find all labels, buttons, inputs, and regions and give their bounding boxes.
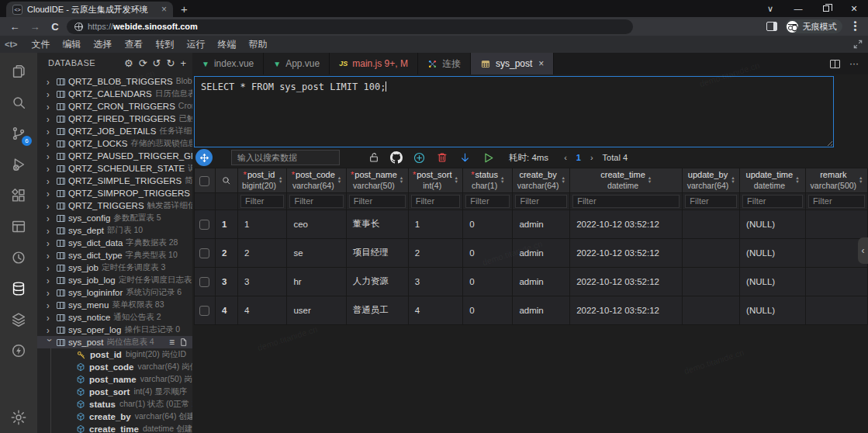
unlock-icon[interactable] <box>368 151 380 164</box>
col-header-status[interactable]: *statuschar(1) ▲▼ <box>463 168 513 193</box>
table-item-QRTZ_BLOB_TRIGGERS[interactable]: › QRTZ_BLOB_TRIGGERS Blob类型的... <box>37 75 192 88</box>
search-input[interactable] <box>231 150 340 165</box>
row-search-header[interactable] <box>215 168 237 193</box>
restore-icon[interactable] <box>812 0 840 17</box>
cell[interactable]: user <box>287 296 346 324</box>
activitybar-source-control-icon[interactable]: 6 <box>0 118 37 149</box>
table-item-QRTZ_PAUSED_TRIGGER_GRPS[interactable]: › QRTZ_PAUSED_TRIGGER_GRPS 暂... <box>37 150 192 162</box>
sort-icon[interactable]: ▲▼ <box>561 176 565 184</box>
sort-icon[interactable]: ▲▼ <box>500 176 504 184</box>
editor-tab-index.vue[interactable]: ▼index.vue <box>192 53 264 74</box>
chevron-right-icon[interactable]: › <box>47 287 54 298</box>
cell[interactable]: 4 <box>408 296 462 324</box>
field-item-post_name[interactable]: post_name varchar(50) 岗位名称 <box>50 373 192 386</box>
activitybar-history-icon[interactable] <box>0 242 37 273</box>
editor-tab-sys_post[interactable]: sys_post× <box>471 53 554 74</box>
filter-input-post_code[interactable] <box>289 195 343 208</box>
sort-icon[interactable]: ▲▼ <box>278 176 282 184</box>
split-editor-icon[interactable] <box>830 60 840 68</box>
activitybar-layers-icon[interactable] <box>0 304 37 335</box>
chevron-right-icon[interactable]: › <box>47 262 54 273</box>
chevron-right-icon[interactable]: › <box>47 188 54 199</box>
sort-icon[interactable]: ▲▼ <box>859 176 863 184</box>
cell[interactable]: (NULL) <box>740 296 806 324</box>
delete-row-icon[interactable] <box>436 151 448 164</box>
resize-grip[interactable] <box>825 139 832 146</box>
field-item-post_code[interactable]: post_code varchar(64) 岗位编码 <box>50 361 192 373</box>
editor-tab-main.js[interactable]: JSmain.js 9+, M <box>330 53 418 74</box>
chevron-right-icon[interactable]: › <box>47 138 54 149</box>
cell[interactable]: 项目经理 <box>346 238 408 267</box>
col-header-remark[interactable]: remarkvarchar(500) ▲▼ <box>806 168 868 193</box>
table-item-sys_dict_type[interactable]: › sys_dict_type 字典类型表 10 <box>37 249 192 262</box>
cell[interactable]: (NULL) <box>740 210 806 238</box>
download-icon[interactable] <box>458 151 472 165</box>
new-file-icon[interactable] <box>179 338 188 347</box>
history-icon[interactable]: ↺ <box>153 58 161 68</box>
sort-icon[interactable]: ▲▼ <box>337 176 341 184</box>
filter-input-status[interactable] <box>465 195 510 208</box>
cell[interactable]: 4 <box>237 296 286 324</box>
cell[interactable]: 人力资源 <box>346 267 408 296</box>
table-row[interactable]: 44user普通员工40admin2022-10-12 03:52:12(NUL… <box>195 296 868 324</box>
window-menu-icon[interactable]: ∨ <box>756 0 784 17</box>
filter-input-post_sort[interactable] <box>411 195 460 208</box>
forward-icon[interactable]: → <box>26 21 43 33</box>
new-tab-button[interactable]: + <box>181 2 188 16</box>
menu-文件[interactable]: 文件 <box>26 38 57 50</box>
more-actions-icon[interactable]: ··· <box>849 58 859 69</box>
cell[interactable]: hr <box>287 267 346 296</box>
cell[interactable]: 2022-10-12 03:52:12 <box>570 296 683 324</box>
activitybar-extensions-icon[interactable] <box>0 180 37 211</box>
activitybar-window-icon[interactable] <box>0 211 37 242</box>
list-icon[interactable]: ≡ <box>169 337 175 348</box>
settings-gear-icon[interactable]: ⚙ <box>124 58 133 68</box>
table-item-QRTZ_TRIGGERS[interactable]: › QRTZ_TRIGGERS 触发器详细信息表 3 <box>37 199 192 212</box>
chevron-right-icon[interactable]: › <box>47 126 54 137</box>
table-item-QRTZ_JOB_DETAILS[interactable]: › QRTZ_JOB_DETAILS 任务详细信息... <box>37 125 192 137</box>
chevron-right-icon[interactable]: › <box>47 151 54 161</box>
sort-icon[interactable]: ▲▼ <box>454 176 458 184</box>
cell[interactable]: 2 <box>237 238 286 267</box>
menu-运行[interactable]: 运行 <box>181 38 212 50</box>
cell[interactable] <box>806 296 868 324</box>
chevron-right-icon[interactable]: › <box>47 225 54 236</box>
col-header-post_id[interactable]: *post_idbigint(20) ▲▼ <box>237 168 286 193</box>
table-item-sys_job[interactable]: › sys_job 定时任务调度表 3 <box>37 262 192 274</box>
cell[interactable] <box>806 210 868 238</box>
filter-input-post_name[interactable] <box>349 195 406 208</box>
chevron-right-icon[interactable]: › <box>47 101 54 112</box>
table-item-sys_dict_data[interactable]: › sys_dict_data 字典数据表 28 <box>37 237 192 249</box>
sort-icon[interactable]: ▲▼ <box>731 176 735 184</box>
chevron-right-icon[interactable]: › <box>47 88 54 99</box>
chevron-right-icon[interactable]: › <box>47 275 54 286</box>
sort-icon[interactable]: ▲▼ <box>795 176 799 184</box>
cell[interactable]: (NULL) <box>740 238 806 267</box>
table-row[interactable]: 11ceo董事长10admin2022-10-12 03:52:12(NULL) <box>195 210 868 238</box>
chevron-right-icon[interactable]: › <box>47 163 54 174</box>
filter-input-update_time[interactable] <box>742 195 803 208</box>
menu-帮助[interactable]: 帮助 <box>243 38 274 50</box>
cell[interactable]: se <box>287 238 346 267</box>
table-row[interactable]: 22se项目经理20admin2022-10-12 03:52:12(NULL) <box>195 238 868 267</box>
cell[interactable]: ceo <box>287 210 346 238</box>
col-header-create_by[interactable]: create_byvarchar(64) ▲▼ <box>513 168 570 193</box>
table-item-sys_notice[interactable]: › sys_notice 通知公告表 2 <box>37 311 192 324</box>
activitybar-explorer-icon[interactable] <box>0 56 37 87</box>
table-item-QRTZ_FIRED_TRIGGERS[interactable]: › QRTZ_FIRED_TRIGGERS 已触发的触... <box>37 113 192 125</box>
table-item-QRTZ_SIMPROP_TRIGGERS[interactable]: › QRTZ_SIMPROP_TRIGGERS 同步机... <box>37 187 192 199</box>
site-info-icon[interactable] <box>74 23 83 31</box>
table-item-sys_post[interactable]: › sys_post 岗位信息表 4 ≡ <box>37 336 192 348</box>
browser-menu-icon[interactable]: ••• <box>852 21 861 33</box>
cell[interactable]: 0 <box>463 210 513 238</box>
cell[interactable]: 0 <box>463 267 513 296</box>
table-item-QRTZ_SCHEDULER_STATE[interactable]: › QRTZ_SCHEDULER_STATE 调度器状... <box>37 162 192 175</box>
filter-input-create_by[interactable] <box>515 195 567 208</box>
activitybar-lightning-icon[interactable] <box>0 335 37 366</box>
github-icon[interactable] <box>390 151 403 164</box>
checkbox[interactable] <box>199 306 209 316</box>
cell[interactable]: 0 <box>463 296 513 324</box>
browser-tab[interactable]: <> CloudIDE - 云原生集成开发环境 × <box>6 2 173 17</box>
filter-input-remark[interactable] <box>808 195 865 208</box>
chevron-right-icon[interactable]: › <box>47 312 54 323</box>
